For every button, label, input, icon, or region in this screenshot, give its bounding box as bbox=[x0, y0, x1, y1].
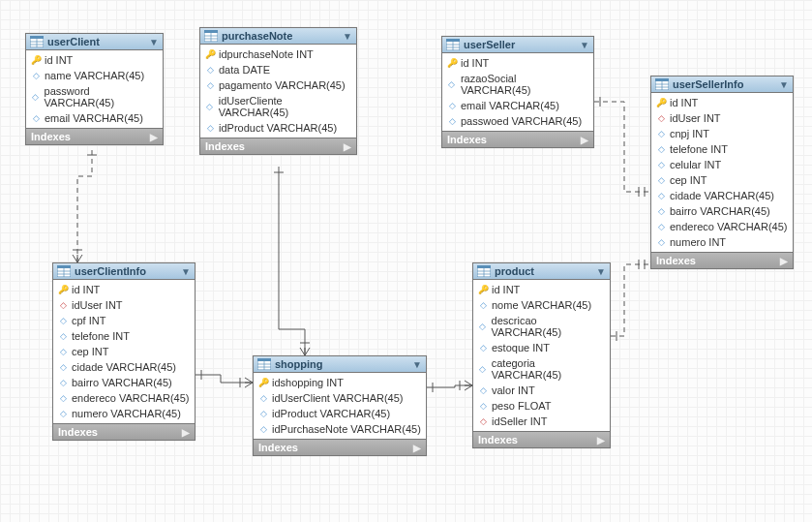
indexes-label: Indexes bbox=[478, 434, 518, 445]
column-row[interactable]: ◇razaoSocial VARCHAR(45) bbox=[442, 71, 593, 98]
column-row[interactable]: ◇cidade VARCHAR(45) bbox=[53, 359, 195, 375]
column-row[interactable]: 🔑id INT bbox=[26, 52, 163, 68]
entity-header[interactable]: product▼ bbox=[473, 263, 610, 280]
expand-icon[interactable]: ▶ bbox=[780, 256, 788, 266]
column-row[interactable]: ◇data DATE bbox=[200, 62, 356, 77]
entity-userClientInfo[interactable]: userClientInfo▼🔑id INT◇idUser INT◇cpf IN… bbox=[52, 262, 195, 441]
column-row[interactable]: ◇name VARCHAR(45) bbox=[26, 68, 163, 83]
column-row[interactable]: 🔑id INT bbox=[651, 95, 793, 110]
entity-purchaseNote[interactable]: purchaseNote▼🔑idpurchaseNote INT◇data DA… bbox=[199, 27, 357, 155]
column-row[interactable]: ◇idProduct VARCHAR(45) bbox=[254, 406, 426, 421]
column-icon: ◇ bbox=[656, 206, 666, 216]
collapse-icon[interactable]: ▼ bbox=[779, 79, 789, 90]
column-row[interactable]: ◇bairro VARCHAR(45) bbox=[651, 203, 793, 219]
column-row[interactable]: ◇cpf INT bbox=[53, 313, 195, 328]
column-row[interactable]: ◇nome VARCHAR(45) bbox=[473, 297, 610, 313]
column-row[interactable]: ◇estoque INT bbox=[473, 340, 610, 355]
column-row[interactable]: ◇endereco VARCHAR(45) bbox=[651, 219, 793, 234]
column-icon: ◇ bbox=[205, 80, 215, 90]
expand-icon[interactable]: ▶ bbox=[413, 443, 421, 453]
expand-icon[interactable]: ▶ bbox=[344, 141, 351, 152]
column-text: idshopping INT bbox=[272, 377, 344, 388]
column-text: cpf INT bbox=[72, 315, 105, 326]
column-row[interactable]: ◇cep INT bbox=[651, 172, 793, 188]
column-row[interactable]: 🔑id INT bbox=[53, 282, 195, 297]
indexes-section[interactable]: Indexes▶ bbox=[651, 252, 793, 268]
collapse-icon[interactable]: ▼ bbox=[580, 40, 589, 50]
expand-icon[interactable]: ▶ bbox=[150, 132, 158, 142]
indexes-section[interactable]: Indexes▶ bbox=[200, 138, 356, 154]
column-row[interactable]: ◇peso FLOAT bbox=[473, 398, 610, 414]
column-row[interactable]: ◇idProduct VARCHAR(45) bbox=[200, 120, 356, 136]
column-row[interactable]: ◇idSeller INT bbox=[473, 414, 610, 429]
column-row[interactable]: 🔑idshopping INT bbox=[254, 375, 426, 390]
column-row[interactable]: ◇idUserClient VARCHAR(45) bbox=[254, 390, 426, 406]
column-row[interactable]: ◇cidade VARCHAR(45) bbox=[651, 188, 793, 203]
column-icon: ◇ bbox=[58, 362, 68, 372]
column-text: name VARCHAR(45) bbox=[45, 70, 144, 81]
column-text: descricao VARCHAR(45) bbox=[492, 315, 605, 338]
expand-icon[interactable]: ▶ bbox=[182, 427, 190, 438]
indexes-section[interactable]: Indexes▶ bbox=[53, 423, 195, 440]
column-text: cidade VARCHAR(45) bbox=[72, 361, 176, 373]
column-text: bairro VARCHAR(45) bbox=[670, 205, 770, 217]
column-row[interactable]: ◇numero INT bbox=[651, 234, 793, 250]
column-row[interactable]: ◇valor INT bbox=[473, 383, 610, 398]
column-row[interactable]: ◇idUserCliente VARCHAR(45) bbox=[200, 93, 356, 120]
collapse-icon[interactable]: ▼ bbox=[343, 31, 352, 42]
column-row[interactable]: ◇cnpj INT bbox=[651, 126, 793, 141]
column-row[interactable]: ◇descricao VARCHAR(45) bbox=[473, 313, 610, 340]
collapse-icon[interactable]: ▼ bbox=[181, 266, 191, 277]
column-row[interactable]: 🔑id INT bbox=[442, 55, 593, 71]
column-row[interactable]: ◇passwoed VARCHAR(45) bbox=[442, 113, 593, 129]
column-row[interactable]: ◇telefone INT bbox=[53, 328, 195, 344]
entity-shopping[interactable]: shopping▼🔑idshopping INT◇idUserClient VA… bbox=[253, 355, 427, 456]
column-row[interactable]: ◇pagamento VARCHAR(45) bbox=[200, 77, 356, 93]
expand-icon[interactable]: ▶ bbox=[597, 435, 605, 445]
entity-userSellerInfo[interactable]: userSellerInfo▼🔑id INT◇idUser INT◇cnpj I… bbox=[650, 76, 794, 269]
column-row[interactable]: ◇password VARCHAR(45) bbox=[26, 83, 163, 110]
expand-icon[interactable]: ▶ bbox=[581, 135, 588, 145]
entity-name: userSellerInfo bbox=[673, 78, 743, 90]
indexes-section[interactable]: Indexes▶ bbox=[473, 431, 610, 447]
entity-userSeller[interactable]: userSeller▼🔑id INT◇razaoSocial VARCHAR(4… bbox=[441, 36, 594, 148]
entity-header[interactable]: purchaseNote▼ bbox=[200, 28, 356, 45]
primary-key-icon: 🔑 bbox=[31, 55, 41, 65]
column-icon: ◇ bbox=[205, 102, 215, 111]
column-row[interactable]: ◇celular INT bbox=[651, 157, 793, 172]
column-row[interactable]: ◇categoria VARCHAR(45) bbox=[473, 355, 610, 383]
column-row[interactable]: ◇telefone INT bbox=[651, 141, 793, 157]
column-row[interactable]: 🔑idpurchaseNote INT bbox=[200, 46, 356, 62]
column-icon: ◇ bbox=[58, 393, 68, 403]
column-row[interactable]: ◇idUser INT bbox=[53, 297, 195, 313]
column-row[interactable]: ◇numero VARCHAR(45) bbox=[53, 406, 195, 421]
column-text: numero INT bbox=[670, 236, 726, 248]
collapse-icon[interactable]: ▼ bbox=[596, 266, 606, 277]
collapse-icon[interactable]: ▼ bbox=[412, 359, 422, 370]
column-row[interactable]: ◇idUser INT bbox=[651, 110, 793, 126]
indexes-section[interactable]: Indexes▶ bbox=[26, 128, 163, 144]
column-row[interactable]: ◇email VARCHAR(45) bbox=[26, 110, 163, 126]
indexes-section[interactable]: Indexes▶ bbox=[254, 439, 426, 455]
column-row[interactable]: ◇idPurchaseNote VARCHAR(45) bbox=[254, 421, 426, 437]
column-row[interactable]: 🔑id INT bbox=[473, 282, 610, 297]
entity-header[interactable]: shopping▼ bbox=[254, 356, 426, 373]
indexes-section[interactable]: Indexes▶ bbox=[442, 131, 593, 147]
column-row[interactable]: ◇cep INT bbox=[53, 344, 195, 359]
entity-header[interactable]: userClientInfo▼ bbox=[53, 263, 195, 280]
column-text: idProduct VARCHAR(45) bbox=[219, 122, 337, 134]
svg-rect-42 bbox=[655, 78, 669, 81]
column-text: cep INT bbox=[72, 346, 109, 357]
column-row[interactable]: ◇email VARCHAR(45) bbox=[442, 98, 593, 113]
entity-userClient[interactable]: userClient▼🔑id INT◇name VARCHAR(45)◇pass… bbox=[25, 33, 164, 145]
column-text: idUser INT bbox=[670, 112, 721, 124]
column-text: categoria VARCHAR(45) bbox=[492, 357, 605, 381]
primary-key-icon: 🔑 bbox=[478, 285, 488, 294]
collapse-icon[interactable]: ▼ bbox=[149, 37, 159, 47]
entity-product[interactable]: product▼🔑id INT◇nome VARCHAR(45)◇descric… bbox=[472, 262, 611, 448]
entity-header[interactable]: userSellerInfo▼ bbox=[651, 77, 793, 93]
entity-header[interactable]: userClient▼ bbox=[26, 34, 163, 50]
column-row[interactable]: ◇endereco VARCHAR(45) bbox=[53, 390, 195, 406]
column-row[interactable]: ◇bairro VARCHAR(45) bbox=[53, 375, 195, 390]
entity-header[interactable]: userSeller▼ bbox=[442, 37, 593, 53]
